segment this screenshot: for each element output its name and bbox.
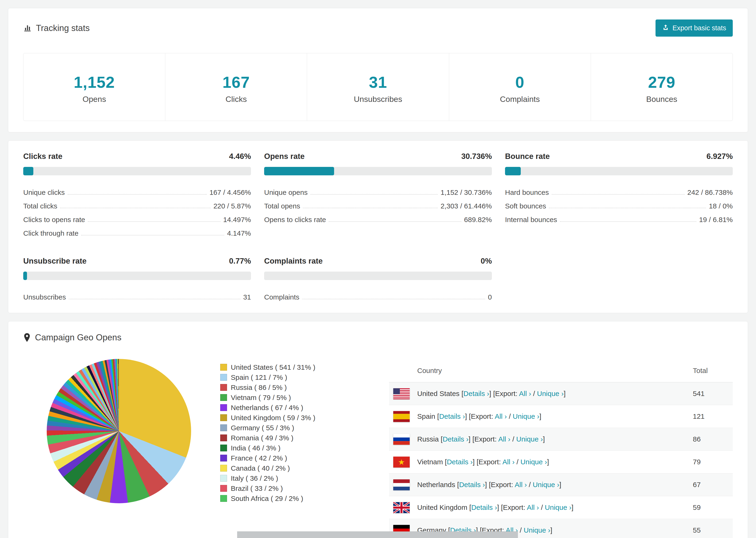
rate-metric-row: Click through rate 4.147% xyxy=(23,224,251,238)
export-all-link[interactable]: All › xyxy=(527,504,539,511)
progress-bar-track xyxy=(264,272,492,280)
tracking-stats-title: Tracking stats xyxy=(36,23,90,33)
legend-swatch xyxy=(220,495,227,502)
details-link[interactable]: Details › xyxy=(447,458,473,466)
legend-item: Spain ( 121 / 7% ) xyxy=(220,372,324,382)
progress-bar-fill xyxy=(23,167,33,175)
table-row: United States [Details ›] [Export: All ›… xyxy=(389,382,733,405)
rates-grid: Clicks rate 4.46% Unique clicks 167 / 4.… xyxy=(23,152,733,301)
stat-label: Complaints xyxy=(449,95,591,104)
export-all-link[interactable]: All › xyxy=(519,390,531,398)
dotted-leader xyxy=(302,299,485,299)
rate-header: Bounce rate 6.927% xyxy=(505,152,733,161)
metric-label: Total clicks xyxy=(23,202,57,211)
export-unique-link[interactable]: Unique › xyxy=(533,481,559,488)
stat-value: 1,152 xyxy=(24,73,165,91)
map-pin-icon xyxy=(23,333,31,342)
horizontal-scrollbar-thumb[interactable] xyxy=(237,531,518,538)
country-name: Russia xyxy=(417,435,439,443)
rate-name: Opens rate xyxy=(264,152,304,161)
rate-value: 6.927% xyxy=(706,152,733,161)
export-unique-link[interactable]: Unique › xyxy=(516,435,543,443)
metric-label: Internal bounces xyxy=(505,216,557,224)
legend-label: South Africa ( 29 / 2% ) xyxy=(231,495,303,503)
rate-metric-row: Total clicks 220 / 5.87% xyxy=(23,197,251,211)
country-total: 541 xyxy=(693,390,733,398)
legend-swatch xyxy=(220,394,227,401)
legend-item: Canada ( 40 / 2% ) xyxy=(220,463,324,473)
details-link[interactable]: Details › xyxy=(463,390,489,398)
legend-swatch xyxy=(220,404,227,411)
country-total: 59 xyxy=(693,504,733,511)
dotted-leader xyxy=(81,235,224,236)
metric-value: 31 xyxy=(243,293,251,301)
metric-value: 0 xyxy=(488,293,492,301)
legend-label: United Kingdom ( 59 / 3% ) xyxy=(231,414,315,422)
geo-table-body: United States [Details ›] [Export: All ›… xyxy=(389,382,733,538)
details-link[interactable]: Details › xyxy=(459,481,485,488)
geo-title-row: Campaign Geo Opens xyxy=(23,333,121,343)
legend-label: Italy ( 36 / 2% ) xyxy=(231,474,278,482)
rate-metric-row: Soft bounces 18 / 0% xyxy=(505,197,733,211)
rate-metric-row: Total opens 2,303 / 61.446% xyxy=(264,197,492,211)
stat-label: Opens xyxy=(24,95,165,104)
metric-value: 4.147% xyxy=(227,229,251,238)
stat-box-opens: 1,152 Opens xyxy=(24,53,165,121)
country-name: United States xyxy=(417,390,459,398)
metric-value: 19 / 6.81% xyxy=(699,216,733,224)
export-all-link[interactable]: All › xyxy=(514,481,527,488)
export-unique-link[interactable]: Unique › xyxy=(520,458,547,466)
legend-label: Brazil ( 33 / 2% ) xyxy=(231,484,283,493)
bar-chart-icon xyxy=(23,24,32,32)
rate-header: Opens rate 30.736% xyxy=(264,152,492,161)
metric-label: Click through rate xyxy=(23,229,79,238)
legend-swatch xyxy=(220,445,227,452)
export-unique-link[interactable]: Unique › xyxy=(537,390,564,398)
details-link[interactable]: Details › xyxy=(439,412,465,420)
export-all-link[interactable]: All › xyxy=(503,458,514,466)
legend-label: United States ( 541 / 31% ) xyxy=(231,363,315,371)
metric-label: Opens to clicks rate xyxy=(264,216,326,224)
details-link[interactable]: Details › xyxy=(443,435,468,443)
table-row: ★ Vietnam [Details ›] [Export: All › / U… xyxy=(389,451,733,473)
dotted-leader xyxy=(68,194,207,194)
stat-value: 279 xyxy=(591,73,732,91)
export-all-link[interactable]: All › xyxy=(495,412,507,420)
metric-value: 689.82% xyxy=(464,216,492,224)
geo-opens-table: Country Total United States [Details ›] … xyxy=(389,359,733,538)
details-link[interactable]: Details › xyxy=(471,504,497,511)
stat-box-clicks: 167 Clicks xyxy=(165,53,307,121)
geo-content: United States ( 541 / 31% ) Spain ( 121 … xyxy=(23,359,733,538)
rate-name: Bounce rate xyxy=(505,152,550,161)
campaign-geo-opens-title: Campaign Geo Opens xyxy=(35,333,121,343)
rate-header: Complaints rate 0% xyxy=(264,256,492,266)
country-name: Vietnam xyxy=(417,458,443,466)
export-unique-link[interactable]: Unique › xyxy=(545,504,571,511)
rate-block: Opens rate 30.736% Unique opens 1,152 / … xyxy=(264,152,492,238)
export-basic-stats-label: Export basic stats xyxy=(673,24,726,32)
country-total: 121 xyxy=(693,412,733,420)
rate-header: Clicks rate 4.46% xyxy=(23,152,251,161)
metric-label: Complaints xyxy=(264,293,299,301)
stat-label: Unsubscribes xyxy=(307,95,449,104)
rate-metric-row: Hard bounces 242 / 86.738% xyxy=(505,183,733,197)
rate-name: Complaints rate xyxy=(264,256,323,265)
rate-metric-row: Unsubscribes 31 xyxy=(23,288,251,301)
flag-gb-icon xyxy=(393,502,410,513)
metric-value: 242 / 86.738% xyxy=(687,188,733,197)
export-basic-stats-button[interactable]: Export basic stats xyxy=(656,20,733,37)
export-all-link[interactable]: All › xyxy=(498,435,511,443)
dotted-leader xyxy=(60,208,211,208)
legend-label: Germany ( 55 / 3% ) xyxy=(231,424,294,432)
rate-name: Clicks rate xyxy=(23,152,63,161)
legend-swatch xyxy=(220,384,227,391)
flag-vn-icon: ★ xyxy=(393,457,410,467)
rate-value: 4.46% xyxy=(229,152,251,161)
export-unique-link[interactable]: Unique › xyxy=(513,412,539,420)
geo-table-header: Country Total xyxy=(389,359,733,382)
metric-value: 220 / 5.87% xyxy=(213,202,251,211)
export-unique-link[interactable]: Unique › xyxy=(524,526,550,534)
metric-label: Unique clicks xyxy=(23,188,65,197)
country-name: Spain xyxy=(417,412,435,420)
legend-swatch xyxy=(220,485,227,492)
